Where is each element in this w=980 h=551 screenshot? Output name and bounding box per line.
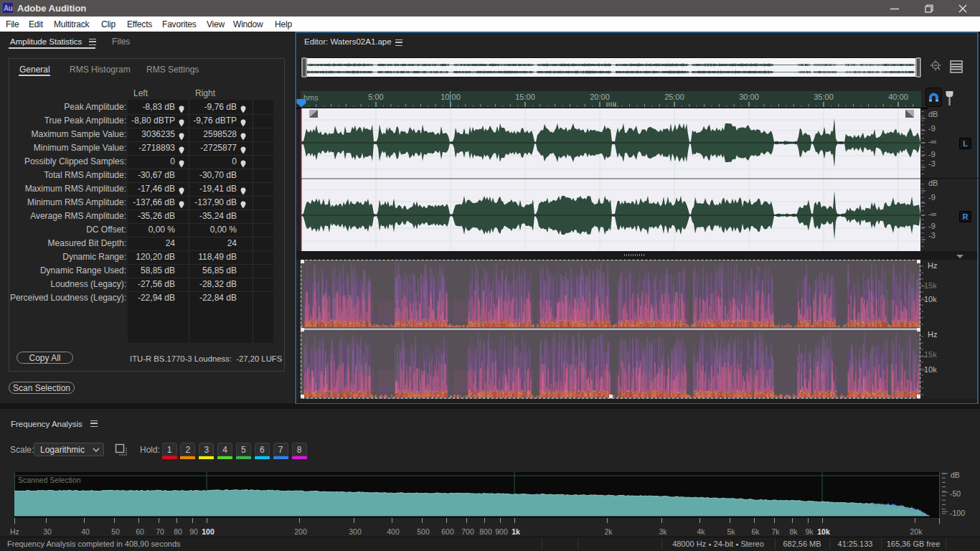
svg-text:30:00: 30:00 (739, 93, 759, 101)
svg-text:15:00: 15:00 (515, 93, 535, 101)
svg-text:5:00: 5:00 (368, 93, 383, 101)
svg-text:40:00: 40:00 (888, 93, 908, 101)
svg-text:10:00: 10:00 (440, 93, 461, 101)
svg-text:20:00: 20:00 (590, 93, 610, 101)
svg-text:35:00: 35:00 (814, 93, 834, 101)
svg-text:25:00: 25:00 (664, 93, 684, 101)
